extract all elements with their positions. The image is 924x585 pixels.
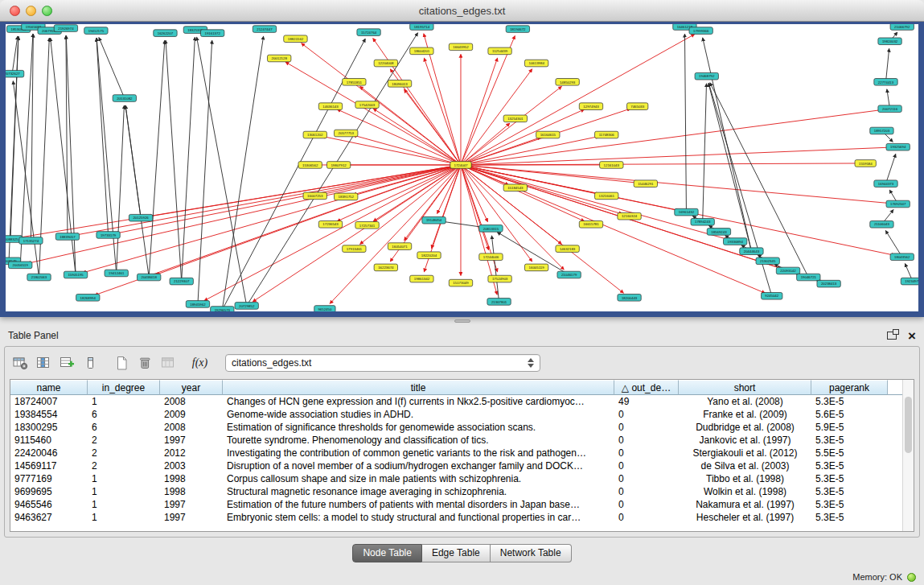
table-cell[interactable]: 1998 [160,473,223,484]
table-cell[interactable]: 1997 [160,499,223,510]
table-cell[interactable]: 2009 [160,409,223,420]
table-cell[interactable]: 6 [88,409,160,420]
table-cell[interactable]: 5.3E-5 [811,486,888,497]
table-cell[interactable]: Franke et al. (2009) [679,409,811,420]
table-cell[interactable]: 5.5E-5 [811,447,888,459]
table-cell[interactable]: 5.3E-5 [811,499,888,510]
tab-edge-table[interactable]: Edge Table [422,544,491,562]
table-cell[interactable]: 14569117 [10,460,88,472]
table-selector[interactable]: citations_edges.txt [225,354,540,372]
tab-network-table[interactable]: Network Table [491,544,572,562]
table-row[interactable]: 1872400712008Changes of HCN gene express… [10,395,914,408]
table-cell[interactable]: Estimation of significance thresholds fo… [223,422,614,433]
table-cell[interactable]: 1 [88,512,160,523]
table-cell[interactable]: Nakamura et al. (1997) [679,499,811,510]
column-header[interactable]: short [679,380,811,395]
table-cell[interactable]: 2 [88,447,160,459]
table-cell[interactable]: Corpus callosum shape and size in male p… [223,473,614,484]
scrollbar-thumb[interactable] [905,397,912,453]
table-row[interactable]: 969969511998Structural magnetic resonanc… [10,485,914,498]
zoom-window-button[interactable] [42,6,52,16]
table-cell[interactable]: 0 [614,460,679,472]
table-cell[interactable]: 2003 [160,460,223,472]
table-cell[interactable]: 2 [88,460,160,472]
table-cell[interactable]: 2008 [160,422,223,433]
minimize-window-button[interactable] [26,6,36,16]
table-cell[interactable]: Tourette syndrome. Phenomenology and cla… [223,435,614,446]
table-cell[interactable]: Investigating the contribution of common… [223,447,614,459]
table-cell[interactable]: 2012 [160,447,223,459]
table-cell[interactable]: Disruption of a novel member of a sodium… [223,460,614,472]
tab-node-table[interactable]: Node Table [352,544,422,562]
table-cell[interactable]: 9115460 [10,435,88,446]
table-cell[interactable]: 0 [614,435,679,446]
new-column-button[interactable] [111,352,133,374]
table-cell[interactable]: 1997 [160,512,223,523]
table-row[interactable]: 2242004622012Investigating the contribut… [10,447,914,459]
table-row[interactable]: 946362711997Embryonic stem cells: a mode… [10,511,914,524]
table-cell[interactable]: Structural magnetic resonance image aver… [223,486,614,497]
table-cell[interactable]: 2008 [160,396,223,407]
table-cell[interactable]: 5.9E-5 [811,422,888,433]
table-row[interactable]: 1456911722003Disruption of a novel membe… [10,459,914,472]
network-canvas[interactable]: 1853034219565683206795872192697419412175… [6,24,918,311]
table-cell[interactable]: 0 [614,473,679,484]
table-mode-button[interactable] [10,352,31,374]
table-cell[interactable]: Estimation of the future numbers of pati… [223,499,614,510]
table-cell[interactable]: Wolkin et al. (1998) [679,486,811,497]
splitter-handle[interactable] [454,319,470,323]
table-cell[interactable]: 1 [88,396,160,407]
table-cell[interactable]: 1 [88,499,160,510]
table-cell[interactable]: 1 [88,473,160,484]
table-cell[interactable]: 49 [614,396,679,407]
table-row[interactable]: 946554611997Estimation of the future num… [10,498,914,511]
table-cell[interactable]: Jankovic et al. (1997) [679,435,811,446]
close-window-button[interactable] [10,6,20,16]
table-cell[interactable]: 5.3E-5 [811,396,888,407]
table-cell[interactable]: 0 [614,512,679,523]
table-cell[interactable]: 0 [614,447,679,459]
table-cell[interactable]: Stergiakouli et al. (2012) [679,447,811,459]
window-titlebar[interactable]: citations_edges.txt [0,0,924,22]
table-cell[interactable]: 18724007 [10,396,88,407]
close-panel-icon[interactable]: × [908,329,916,343]
table-cell[interactable]: de Silva et al. (2003) [679,460,811,472]
table-cell[interactable]: 9777169 [10,473,88,484]
column-header[interactable]: △ out_de… [614,380,679,395]
table-cell[interactable]: 0 [614,422,679,433]
column-header[interactable]: title [223,380,614,395]
table-cell[interactable]: Embryonic stem cells: a model to study s… [223,512,614,523]
table-cell[interactable]: Hescheler et al. (1997) [679,512,811,523]
select-columns-button[interactable] [33,352,55,374]
table-cell[interactable]: 5.6E-5 [811,409,888,420]
table-cell[interactable]: 9465546 [10,499,88,510]
table-scrollbar[interactable] [902,380,914,531]
table-cell[interactable]: 1998 [160,486,223,497]
table-cell[interactable]: 5.3E-5 [811,512,888,523]
table-cell[interactable]: Changes of HCN gene expression and I(f) … [223,396,614,407]
column-button[interactable] [80,352,101,374]
table-row[interactable]: 1830029562008Estimation of significance … [10,421,914,434]
table-cell[interactable]: 5.3E-5 [811,435,888,446]
table-cell[interactable]: 1 [88,486,160,497]
table-row[interactable]: 911546021997Tourette syndrome. Phenomeno… [10,434,914,447]
table-cell[interactable]: 0 [614,499,679,510]
column-header[interactable]: name [10,380,88,395]
float-panel-icon[interactable] [887,332,897,340]
edit-rows-button[interactable] [56,352,78,374]
table-cell[interactable]: 0 [614,409,679,420]
citation-network-graph[interactable]: 1853034219565683206795872192697419412175… [6,24,918,311]
table-cell[interactable]: 6 [88,422,160,433]
table-cell[interactable]: 0 [614,486,679,497]
table-cell[interactable]: 9699695 [10,486,88,497]
column-header[interactable]: year [160,380,223,395]
delete-column-button[interactable] [134,352,156,374]
table-cell[interactable]: Dudbridge et al. (2008) [679,422,811,433]
table-cell[interactable]: 9463627 [10,512,88,523]
table-row[interactable]: 1938455462009Genome-wide association stu… [10,408,914,421]
column-header[interactable]: pagerank [811,380,888,395]
column-header[interactable]: in_degree [88,380,160,395]
table-row[interactable]: 977716911998Corpus callosum shape and si… [10,472,914,485]
table-cell[interactable]: Yano et al. (2008) [679,396,811,407]
table-cell[interactable]: 5.3E-5 [811,460,888,472]
